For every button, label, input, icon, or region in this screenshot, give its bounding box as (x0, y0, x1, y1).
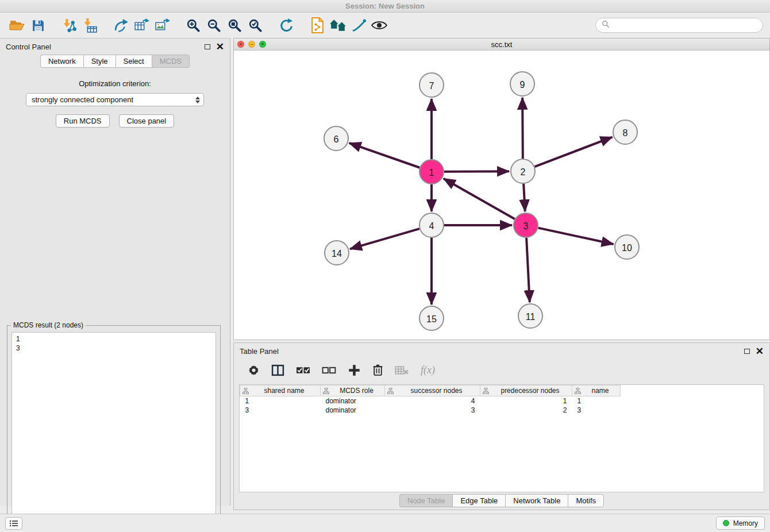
network-window-titlebar[interactable]: scc.txt × – + (234, 38, 769, 51)
table-panel-title: Table Panel (240, 347, 279, 356)
svg-text:4: 4 (429, 221, 434, 231)
graph-node-15[interactable]: 15 (419, 306, 444, 330)
search-box[interactable] (595, 18, 763, 33)
save-session-icon[interactable] (28, 16, 48, 35)
cell-successor-nodes[interactable]: 3 (385, 406, 480, 415)
graph-edge-3-1[interactable] (444, 179, 515, 219)
maximize-window-icon[interactable]: + (259, 41, 266, 48)
search-input[interactable] (613, 21, 757, 30)
settings-gear-icon[interactable] (248, 364, 260, 376)
column-header-predecessor-nodes[interactable]: predecessor nodes (480, 385, 572, 396)
import-network-icon[interactable] (59, 16, 79, 35)
home-view-icon[interactable] (328, 16, 348, 35)
graph-edge-2-8[interactable] (535, 137, 613, 167)
svg-text:6: 6 (334, 134, 339, 144)
column-header-MCDS-role[interactable]: MCDS role (321, 385, 385, 396)
select-all-icon[interactable] (296, 365, 310, 376)
cell-predecessor-nodes[interactable]: 2 (480, 406, 572, 415)
control-tab-mcds[interactable]: MCDS (152, 55, 190, 68)
graph-edge-3-11[interactable] (526, 238, 530, 302)
float-table-panel-icon[interactable] (744, 349, 750, 354)
graph-edge-4-14[interactable] (350, 229, 419, 249)
svg-text:2: 2 (521, 167, 526, 177)
cell-shared-name[interactable]: 1 (240, 396, 321, 406)
cell-MCDS-role[interactable]: dominator (321, 406, 385, 415)
svg-text:9: 9 (520, 80, 525, 90)
cell-name[interactable]: 3 (572, 406, 621, 415)
apply-layout-icon[interactable] (276, 16, 297, 35)
show-hide-eye-icon[interactable] (369, 16, 390, 35)
close-panel-icon[interactable]: ✕ (216, 42, 224, 52)
run-mcds-button[interactable]: Run MCDS (56, 114, 110, 128)
graph-node-14[interactable]: 14 (325, 241, 349, 265)
zoom-fit-icon[interactable] (224, 16, 245, 35)
graph-node-4[interactable]: 4 (419, 213, 444, 237)
column-sort-icon (242, 388, 249, 394)
criterion-dropdown[interactable]: strongly connected component (26, 93, 204, 106)
deselect-all-icon[interactable] (322, 365, 336, 376)
network-graph[interactable]: 7968124314101511 (234, 51, 769, 340)
float-panel-icon[interactable] (205, 44, 210, 49)
graph-node-6[interactable]: 6 (324, 126, 348, 151)
column-sort-icon (483, 388, 489, 394)
minimize-window-icon[interactable]: – (248, 41, 255, 48)
zoom-selected-icon[interactable] (245, 16, 265, 35)
zoom-out-icon[interactable] (203, 16, 224, 35)
graph-node-10[interactable]: 10 (615, 235, 639, 259)
delete-table-icon[interactable] (395, 365, 409, 376)
table-row[interactable]: 3dominator323 (240, 406, 621, 415)
control-tab-network[interactable]: Network (40, 55, 83, 68)
graph-edge-1-2[interactable] (444, 171, 509, 172)
graph-node-2[interactable]: 2 (511, 159, 535, 183)
graph-node-7[interactable]: 7 (419, 73, 444, 97)
column-header-shared-name[interactable]: shared name (240, 385, 321, 396)
table-tab-node-table[interactable]: Node Table (399, 494, 453, 507)
zoom-in-icon[interactable] (183, 16, 203, 35)
mcds-result-title: MCDS result (2 nodes) (11, 321, 86, 329)
close-window-icon[interactable]: × (237, 41, 244, 48)
export-network-icon[interactable] (110, 16, 131, 35)
graph-edge-2-3[interactable] (523, 184, 525, 211)
graph-edge-3-10[interactable] (538, 228, 614, 244)
task-history-button[interactable] (5, 517, 22, 530)
control-tab-select[interactable]: Select (116, 55, 152, 68)
add-column-icon[interactable] (348, 364, 361, 377)
close-panel-button[interactable]: Close panel (119, 114, 175, 128)
window-title: Session: New Session (0, 0, 770, 13)
table-tab-edge-table[interactable]: Edge Table (452, 494, 505, 507)
graph-edge-1-6[interactable] (349, 143, 420, 168)
graph-node-9[interactable]: 9 (510, 72, 534, 96)
graph-node-8[interactable]: 8 (613, 120, 637, 144)
split-columns-icon[interactable] (271, 364, 284, 376)
network-canvas[interactable]: 7968124314101511 (234, 51, 769, 340)
mcds-result-list[interactable]: 13 (11, 332, 216, 532)
graph-edge-2-9[interactable] (522, 98, 523, 159)
memory-button[interactable]: Memory (716, 516, 765, 530)
delete-column-trash-icon[interactable] (372, 364, 383, 376)
control-tab-style[interactable]: Style (83, 55, 116, 68)
graph-node-11[interactable]: 11 (518, 304, 542, 328)
graph-node-3[interactable]: 3 (514, 213, 538, 237)
function-builder-icon[interactable]: f(x) (421, 364, 435, 376)
optimization-criterion-label: Optimization criterion: (0, 79, 230, 88)
open-file-icon[interactable] (7, 16, 28, 35)
cell-shared-name[interactable]: 3 (240, 406, 321, 415)
column-header-name[interactable]: name (572, 385, 621, 396)
table-tab-motifs[interactable]: Motifs (568, 494, 604, 507)
column-header-successor-nodes[interactable]: successor nodes (385, 385, 480, 396)
table-row[interactable]: 1dominator411 (240, 396, 621, 406)
cell-predecessor-nodes[interactable]: 1 (480, 396, 572, 406)
cell-MCDS-role[interactable]: dominator (321, 396, 385, 406)
graph-node-1[interactable]: 1 (419, 160, 444, 184)
import-table-icon[interactable] (79, 16, 100, 35)
close-table-panel-icon[interactable]: ✕ (756, 346, 764, 356)
node-table: shared nameMCDS rolesuccessor nodesprede… (239, 384, 764, 492)
cell-name[interactable]: 1 (572, 396, 621, 406)
table-tab-network-table[interactable]: Network Table (505, 494, 568, 507)
export-image-icon[interactable] (152, 16, 172, 35)
export-table-icon[interactable] (131, 16, 152, 35)
share-document-icon[interactable] (307, 16, 328, 35)
style-brush-icon[interactable] (348, 16, 369, 35)
cell-successor-nodes[interactable]: 4 (385, 396, 480, 406)
network-view-window: scc.txt × – + 7968124314101511 (233, 38, 770, 340)
